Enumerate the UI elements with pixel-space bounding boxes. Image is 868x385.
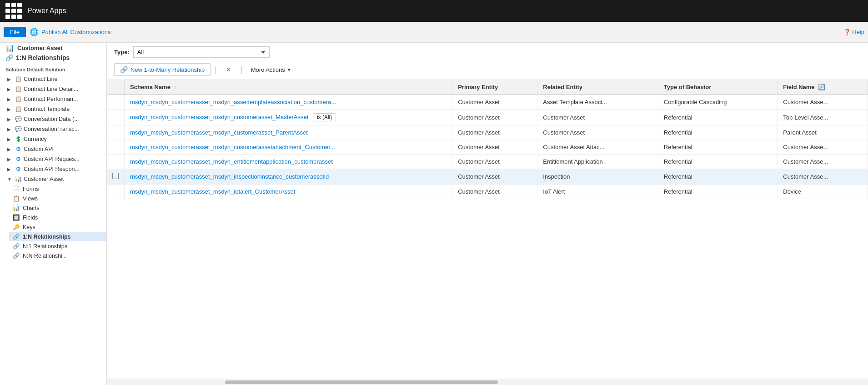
row-schema-name[interactable]: msdyn_msdyn_customerasset_msdyn_entitlem… [125,155,452,169]
help-link[interactable]: ❓ Help [843,29,864,35]
file-button[interactable]: File [4,27,26,37]
col-related-entity[interactable]: Related Entity [537,80,658,95]
refresh-icon[interactable]: 🔄 [818,84,825,90]
fields-icon: 🔲 [13,214,20,221]
is-all-badge: is (All) [313,113,336,121]
expander-icon: ▼ [7,177,13,182]
sidebar-item-currency[interactable]: ▶ 💲 Currency [0,134,106,144]
sidebar-item-views[interactable]: 📋 Views [9,194,106,203]
row-checkbox-cell [107,140,125,155]
row-field-name: Customer Asse... [778,140,868,155]
row-related-entity: IoT Alert [537,185,658,199]
row-primary-entity: Customer Asset [452,95,537,110]
row-checkbox-cell [107,110,125,125]
contract-line-icon: 📋 [15,75,22,83]
views-icon: 📋 [13,195,20,202]
nn-icon: 🔗 [13,252,20,259]
sidebar-item-conversation-data[interactable]: ▶ 💬 Conversation Data (... [0,114,106,124]
charts-icon: 📊 [13,205,20,211]
relationship-table-container: Schema Name ↑ Primary Entity Related Ent… [107,80,868,379]
row-checkbox-cell [107,125,125,140]
customer-asset-children: 📄 Forms 📋 Views 📊 Charts 🔲 Fields 🔑 Keys… [0,184,106,260]
sidebar-item-contract-performance[interactable]: ▶ 📋 Contract Performan... [0,94,106,104]
expander-icon: ▶ [7,157,13,162]
col-field-name[interactable]: Field Name 🔄 [778,80,868,95]
icon: ⚙ [15,155,22,163]
row-related-entity: Inspection [537,169,658,185]
table-row: msdyn_msdyn_customerasset_msdyn_customer… [107,125,868,140]
type-label: Type: [114,49,130,55]
entity-header: 📊 Customer Asset [0,43,106,53]
n1-icon: 🔗 [13,243,20,250]
row-primary-entity: Customer Asset [452,155,537,169]
separator: | [212,65,218,75]
icon: ⚙ [15,165,22,173]
col-type-of-behavior[interactable]: Type of Behavior [658,80,777,95]
expander-icon: ▶ [7,127,13,132]
sidebar-item-conversation-transcript[interactable]: ▶ 💬 ConversationTransc... [0,124,106,134]
icon: 💲 [15,135,22,143]
sidebar-item-charts[interactable]: 📊 Charts [9,203,106,213]
sidebar-item-forms[interactable]: 📄 Forms [9,184,106,194]
sidebar-item-contract-line-detail[interactable]: ▶ 📋 Contract Line Detail... [0,84,106,94]
sidebar-item-fields[interactable]: 🔲 Fields [9,213,106,222]
topbar: Power Apps [0,0,868,22]
row-checkbox-cell[interactable] [107,169,125,185]
expander-icon: ▶ [7,87,13,92]
app-title: Power Apps [27,7,66,15]
row-checkbox[interactable] [112,173,119,179]
icon: 💬 [15,115,22,123]
row-schema-name[interactable]: msdyn_msdyn_customerasset_msdyn_iotalert… [125,185,452,199]
expander-icon: ▶ [7,97,13,102]
row-schema-name[interactable]: msdyn_msdyn_customerasset_msdyn_customer… [125,110,452,125]
help-icon: ❓ [843,29,851,35]
sidebar-item-contract-template[interactable]: ▶ 📋 Contract Template [0,104,106,114]
type-filter-area: Type: All Custom Standard [107,43,868,61]
sidebar-item-1n-relationships[interactable]: 🔗 1:N Relationships [9,232,106,241]
icon: ⚙ [15,145,22,153]
row-schema-name[interactable]: msdyn_msdyn_customerasset_msdyn_inspecti… [125,169,452,185]
row-schema-name[interactable]: msdyn_msdyn_customerasset_msdyn_assettem… [125,95,452,110]
row-primary-entity: Customer Asset [452,140,537,155]
publish-icon: 🌐 [30,28,39,36]
row-type-of-behavior: Referential [658,140,777,155]
publish-button[interactable]: 🌐 Publish All Customizations [30,28,110,36]
main-layout: 📊 Customer Asset 🔗 1:N Relationships Sol… [0,43,868,385]
sidebar-item-n1-relationships[interactable]: 🔗 N:1 Relationships [9,241,106,251]
filebar: File 🌐 Publish All Customizations ❓ Help [0,22,868,43]
icon: 💬 [15,125,22,133]
sidebar-item-custom-api[interactable]: ▶ ⚙ Custom API [0,144,106,154]
expander-icon: ▶ [7,147,13,152]
row-field-name: Customer Asse... [778,155,868,169]
app-grid-icon[interactable] [5,3,22,19]
sidebar-item-nn-relationships[interactable]: 🔗 N:N Relationshi... [9,251,106,260]
new-relationship-icon: 🔗 [120,66,128,73]
col-schema-name[interactable]: Schema Name ↑ [125,80,452,95]
sidebar-item-contract-line[interactable]: ▶ 📋 Contract Line [0,74,106,84]
sidebar-item-custom-api-response[interactable]: ▶ ⚙ Custom API Respon... [0,164,106,174]
delete-button[interactable]: ✕ [220,64,237,76]
sidebar-item-custom-api-request[interactable]: ▶ ⚙ Custom API Reques... [0,154,106,164]
row-primary-entity: Customer Asset [452,185,537,199]
horizontal-scrollbar[interactable] [107,379,868,385]
table-row: msdyn_msdyn_customerasset_msdyn_entitlem… [107,155,868,169]
1n-icon: 🔗 [13,233,20,240]
icon: 📋 [15,105,22,113]
sidebar-item-customer-asset[interactable]: ▼ 📊 Customer Asset [0,174,106,184]
sidebar-item-keys[interactable]: 🔑 Keys [9,222,106,232]
relationship-table: Schema Name ↑ Primary Entity Related Ent… [107,80,868,199]
col-primary-entity[interactable]: Primary Entity [452,80,537,95]
row-schema-name[interactable]: msdyn_msdyn_customerasset_msdyn_customer… [125,125,452,140]
type-select[interactable]: All Custom Standard [133,46,270,58]
delete-icon: ✕ [226,66,231,73]
main-content: Type: All Custom Standard 🔗 New 1-to-Man… [107,43,868,385]
expander-icon: ▶ [7,167,13,172]
row-type-of-behavior: Referential [658,125,777,140]
more-actions-button[interactable]: More Actions ▼ [246,64,296,75]
new-relationship-button[interactable]: 🔗 New 1-to-Many Relationship [114,63,211,76]
row-related-entity: Asset Template Associ... [537,95,658,110]
row-type-of-behavior: Configurable Cascading [658,95,777,110]
solution-label: Solution Default Solution [0,64,106,74]
row-schema-name[interactable]: msdyn_msdyn_customerasset_msdyn_customer… [125,140,452,155]
entity-icon: 📊 [5,44,15,52]
